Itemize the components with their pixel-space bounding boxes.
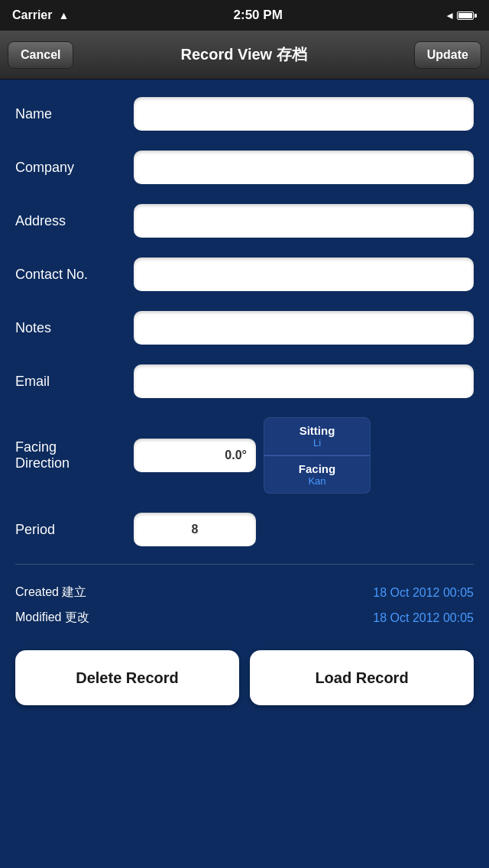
status-bar: Carrier ▲ 2:50 PM ◂ xyxy=(0,0,489,31)
modified-label: Modified 更改 xyxy=(15,610,89,626)
divider xyxy=(15,564,474,565)
modified-value: 18 Oct 2012 00:05 xyxy=(373,611,474,625)
contact-input[interactable] xyxy=(134,257,474,291)
cancel-button[interactable]: Cancel xyxy=(8,41,73,69)
address-row: Address xyxy=(0,194,489,248)
load-record-button[interactable]: Load Record xyxy=(250,650,474,705)
notes-input[interactable] xyxy=(134,311,474,345)
address-input[interactable] xyxy=(134,204,474,238)
sitting-button[interactable]: Sitting Li xyxy=(264,417,371,455)
name-label: Name xyxy=(15,106,134,122)
facing-line1: Facing xyxy=(15,439,134,455)
period-label: Period xyxy=(15,522,134,538)
contact-row: Contact No. xyxy=(0,248,489,301)
period-row: Period xyxy=(0,503,489,556)
contact-label: Contact No. xyxy=(15,267,134,283)
battery-icon xyxy=(457,11,477,20)
nav-title: Record View 存档 xyxy=(181,44,307,65)
bottom-buttons: Delete Record Load Record xyxy=(0,638,489,721)
address-label: Address xyxy=(15,213,134,229)
delete-record-button[interactable]: Delete Record xyxy=(15,650,239,705)
facing-direction-label-block: Facing Direction xyxy=(15,439,134,471)
period-input[interactable] xyxy=(134,513,256,546)
update-button[interactable]: Update xyxy=(414,41,481,69)
facing-direction-row: Facing Direction Sitting Li Facing Kan xyxy=(0,408,489,503)
company-label: Company xyxy=(15,160,134,176)
wifi-icon: ▲ xyxy=(58,9,69,21)
timestamps: Created 建立 18 Oct 2012 00:05 Modified 更改… xyxy=(0,572,489,638)
carrier-label: Carrier xyxy=(12,8,52,22)
facing-kan-button[interactable]: Facing Kan xyxy=(264,455,371,494)
created-label: Created 建立 xyxy=(15,585,86,601)
nav-bar: Cancel Record View 存档 Update xyxy=(0,31,489,79)
status-bar-time: 2:50 PM xyxy=(234,8,283,23)
created-row: Created 建立 18 Oct 2012 00:05 xyxy=(15,580,474,605)
notes-row: Notes xyxy=(0,301,489,355)
facing-input[interactable] xyxy=(134,439,256,472)
name-input[interactable] xyxy=(134,97,474,131)
location-icon: ◂ xyxy=(447,9,452,21)
created-value: 18 Oct 2012 00:05 xyxy=(373,586,474,600)
email-input[interactable] xyxy=(134,364,474,398)
content-area: Name Company Address Contact No. Notes E… xyxy=(0,79,489,728)
facing-line2: Direction xyxy=(15,455,134,471)
email-row: Email xyxy=(0,355,489,408)
modified-row: Modified 更改 18 Oct 2012 00:05 xyxy=(15,605,474,630)
sitting-facing-buttons: Sitting Li Facing Kan xyxy=(264,417,371,494)
company-input[interactable] xyxy=(134,151,474,184)
name-row: Name xyxy=(0,87,489,141)
notes-label: Notes xyxy=(15,320,134,336)
company-row: Company xyxy=(0,141,489,194)
status-bar-left: Carrier ▲ xyxy=(12,8,69,22)
email-label: Email xyxy=(15,374,134,390)
status-bar-right: ◂ xyxy=(447,9,477,21)
